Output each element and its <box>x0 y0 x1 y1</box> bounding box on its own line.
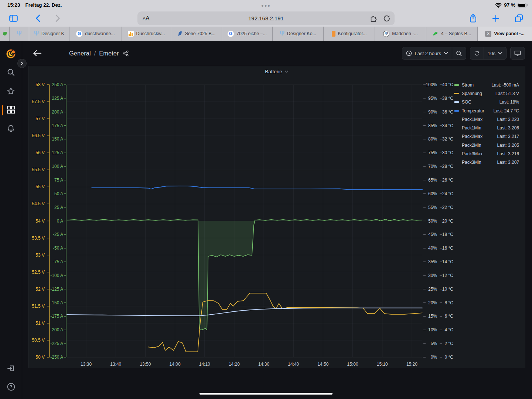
current-axis-label: 150 A <box>48 136 63 142</box>
trident-icon: Ψ <box>280 30 284 37</box>
legend-swatch-empty <box>454 153 459 155</box>
home-indicator[interactable] <box>200 393 332 395</box>
legend-series-last-value: Last: 3.216 <box>497 151 519 156</box>
url-label[interactable]: 192.168.2.191 <box>137 15 395 21</box>
safari-tab-7025-eiche-[interactable]: G7025 eiche –... <box>222 27 273 41</box>
percent-axis-label: 70% <box>423 164 437 169</box>
safari-tab-serie-7025-b-[interactable]: Serie 7025 B... <box>171 27 222 41</box>
percent-axis-label: 50% <box>423 219 437 224</box>
safari-tab-view-panel-[interactable]: ×View panel -... <box>478 27 532 41</box>
current-axis-label: -250 A <box>48 355 63 360</box>
legend-series-name: Pack3Min <box>462 160 481 165</box>
plant-circle-icon: Ψ <box>383 31 389 37</box>
back-arrow-button[interactable] <box>30 47 45 60</box>
safari-tab-duschwanne-[interactable]: Gduschwanne... <box>69 27 122 41</box>
tabs-overview-button[interactable] <box>511 12 526 25</box>
legend-item-pack1max[interactable]: Pack1MaxLast: 3.220 <box>454 115 519 124</box>
share-dashboard-icon[interactable] <box>123 50 129 57</box>
starred-icon[interactable] <box>0 87 22 95</box>
current-axis-label: 100 A <box>48 164 63 169</box>
legend-series-name: SOC <box>462 99 471 105</box>
temperature-axis-label: 0 °C <box>437 355 453 360</box>
help-icon[interactable]: ? <box>0 382 22 391</box>
zoom-out-button[interactable] <box>452 47 466 59</box>
legend-item-strom[interactable]: StromLast: -500 mA <box>454 81 519 89</box>
tab-title: Serie 7025 B... <box>185 31 216 36</box>
legend-item-pack3min[interactable]: Pack3MinLast: 3.207 <box>454 158 519 167</box>
sidebar-toggle-button[interactable] <box>6 12 21 25</box>
trident-icon: Ψ <box>34 30 39 37</box>
dashboards-icon[interactable] <box>0 105 22 114</box>
safari-tab-konfigurator-[interactable]: Konfigurator... <box>324 27 375 41</box>
chevron-down-icon <box>444 52 448 55</box>
legend-series-last-value: Last: 51.3 V <box>495 91 519 96</box>
percent-axis-label: 15% <box>423 314 437 319</box>
legend-item-pack2min[interactable]: Pack2MinLast: 3.205 <box>454 141 519 149</box>
current-axis-label: 175 A <box>48 123 63 128</box>
refresh-button[interactable] <box>470 47 484 59</box>
sign-in-icon[interactable] <box>0 364 22 373</box>
safari-tab-0[interactable] <box>0 27 10 41</box>
forward-button[interactable] <box>50 12 65 25</box>
refresh-interval-label: 10s <box>488 51 495 56</box>
tab-title: duschwanne... <box>85 31 115 36</box>
current-axis-label: 250 A <box>48 82 63 87</box>
temperature-axis-label: 30 °C <box>437 150 453 155</box>
safari-tab-4-seplos-b-[interactable]: 4 – Seplos B... <box>426 27 478 41</box>
alerting-icon[interactable] <box>0 124 22 133</box>
search-icon[interactable] <box>0 68 22 77</box>
safari-tab-designer-ko-[interactable]: ΨDesigner Ko... <box>273 27 324 41</box>
grafana-logo[interactable] <box>0 49 22 59</box>
kiosk-mode-button[interactable] <box>511 47 525 59</box>
trident-icon: Ψ <box>17 30 22 37</box>
legend-item-pack3max[interactable]: Pack3MaxLast: 3.216 <box>454 149 519 158</box>
temperature-axis-label: 24 °C <box>437 191 453 196</box>
new-tab-button[interactable] <box>488 12 503 25</box>
percent-axis-label: 95% <box>423 96 437 101</box>
refresh-interval-dropdown[interactable]: 10s <box>484 47 506 59</box>
back-button[interactable] <box>30 12 45 25</box>
legend-item-temperatur[interactable]: TemperaturLast: 24.7 °C <box>454 106 519 115</box>
grafana-sidebar: ? <box>0 41 22 399</box>
tab-title: Designer K <box>41 31 64 36</box>
share-button[interactable] <box>466 12 480 25</box>
safari-tab-duschrückw-[interactable]: Duschrückw... <box>122 27 171 41</box>
safari-tab-mädchen-[interactable]: ΨMädchen -... <box>375 27 426 41</box>
current-axis-label: -100 A <box>48 273 63 278</box>
voltage-axis-label: 55.5 V <box>28 167 45 172</box>
legend-item-soc[interactable]: SOCLast: 18% <box>454 98 519 106</box>
voltage-axis-label: 53.5 V <box>28 236 45 241</box>
temperature-axis-label: 28 °C <box>437 164 453 169</box>
reload-button[interactable] <box>381 12 392 25</box>
current-axis-label: 0 A <box>48 219 63 224</box>
time-axis-label: 14:50 <box>312 362 334 367</box>
breadcrumb-dashboard[interactable]: Emeter <box>99 50 119 57</box>
current-axis-label: -75 A <box>48 259 63 264</box>
safari-tab-designer-k[interactable]: ΨDesigner K <box>29 27 69 41</box>
legend-item-spannung[interactable]: SpannungLast: 51.3 V <box>454 89 519 98</box>
legend-series-name: Pack1Min <box>462 125 481 131</box>
time-range-picker[interactable]: Last 2 hours <box>402 47 452 59</box>
current-axis-label: 25 A <box>48 205 63 210</box>
legend-swatch-empty <box>454 162 459 163</box>
multitasking-indicator[interactable]: ●●● <box>0 3 532 8</box>
reader-button[interactable]: AA <box>143 15 150 22</box>
time-range-label: Last 2 hours <box>415 51 441 56</box>
breadcrumb-folder[interactable]: General <box>69 50 91 57</box>
tab-title: 4 – Seplos B... <box>441 31 471 36</box>
address-bar[interactable]: AA 192.168.2.191 <box>137 11 395 25</box>
legend-item-pack2max[interactable]: Pack2MaxLast: 3.217 <box>454 132 519 141</box>
legend-item-pack1min[interactable]: Pack1MinLast: 3.206 <box>454 124 519 132</box>
expand-sidebar-button[interactable] <box>17 59 27 68</box>
time-axis-label: 14:40 <box>282 362 304 367</box>
current-axis-label: -150 A <box>48 300 63 305</box>
chevron-down-icon <box>498 52 502 55</box>
percent-axis-label: 85% <box>423 123 437 128</box>
extensions-icon[interactable] <box>367 12 379 25</box>
safari-tab-1[interactable]: Ψ <box>10 27 29 41</box>
legend-swatch-empty <box>454 145 459 146</box>
dashboard-header: General / Emeter Last 2 hours <box>22 41 532 66</box>
close-tab-icon[interactable]: × <box>485 31 491 37</box>
google-icon: G <box>228 31 234 37</box>
legend-series-name: Strom <box>462 82 474 88</box>
